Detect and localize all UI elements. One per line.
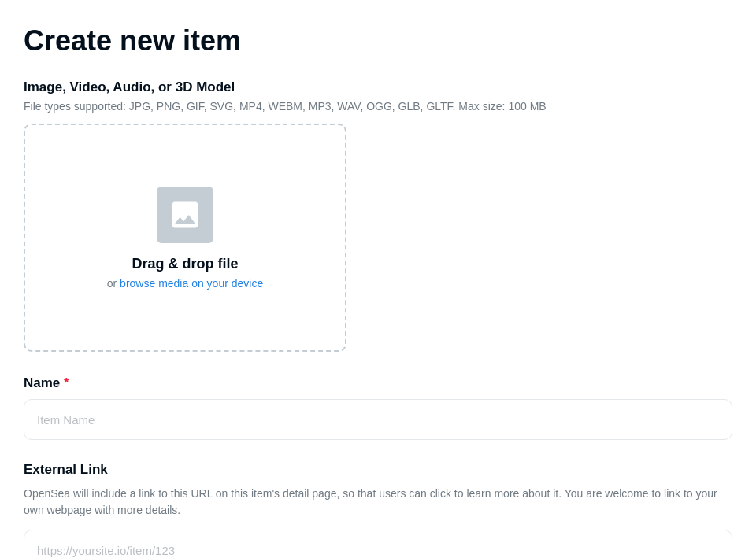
external-link-label: External Link: [24, 462, 732, 478]
browse-row: or browse media on your device: [107, 277, 263, 290]
page-title: Create new item: [24, 24, 732, 57]
name-section: Name *: [24, 375, 732, 462]
external-link-description: OpenSea will include a link to this URL …: [24, 486, 732, 519]
media-section-label: Image, Video, Audio, or 3D Model: [24, 79, 732, 95]
image-icon: [168, 198, 202, 232]
external-link-section: External Link OpenSea will include a lin…: [24, 462, 732, 558]
media-section: Image, Video, Audio, or 3D Model File ty…: [24, 79, 732, 352]
name-input[interactable]: [24, 399, 732, 440]
image-placeholder-icon: [157, 187, 213, 243]
browse-prefix: or: [107, 277, 120, 290]
name-field-label: Name *: [24, 375, 732, 391]
browse-media-link[interactable]: browse media on your device: [120, 277, 263, 290]
name-required-star: *: [64, 375, 69, 390]
external-link-input[interactable]: [24, 530, 732, 558]
file-drop-zone[interactable]: Drag & drop file or browse media on your…: [24, 124, 346, 352]
drag-drop-label: Drag & drop file: [132, 256, 238, 272]
file-types-text: File types supported: JPG, PNG, GIF, SVG…: [24, 100, 732, 113]
